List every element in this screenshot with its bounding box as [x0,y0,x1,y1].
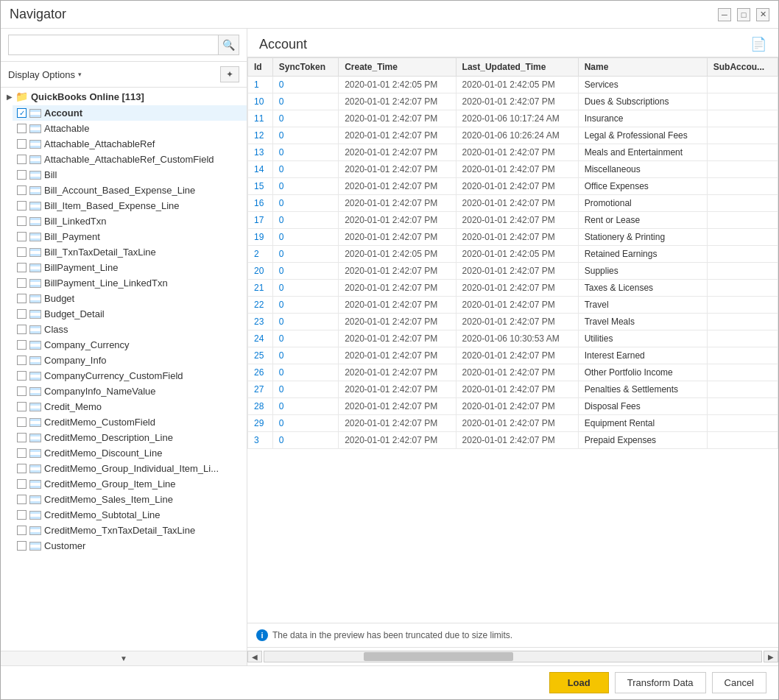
checkbox-attachable-attachableref[interactable] [17,139,27,149]
checkbox-bill-linkedtxn[interactable] [17,216,27,226]
checkbox-billpayment-line-linkedtxn[interactable] [17,278,27,288]
tree-item-company-info[interactable]: Company_Info [13,353,247,368]
tree-item-bill[interactable]: Bill [13,167,247,183]
tree-item-company-currency[interactable]: Company_Currency [13,337,247,353]
checkbox-attachable-attachableref-customfield[interactable] [17,155,27,164]
search-button[interactable]: 🔍 [219,35,239,55]
table-row[interactable]: 1202020-01-01 2:42:07 PM2020-01-06 10:26… [248,127,778,144]
checkbox-budget[interactable] [17,294,27,303]
checkbox-companycurrency-customfield[interactable] [17,371,27,381]
scrollbar-track[interactable] [264,651,762,662]
table-row[interactable]: 302020-01-01 2:42:07 PM2020-01-01 2:42:0… [248,432,778,449]
load-button[interactable]: Load [549,672,609,693]
tree-item-companycurrency-customfield[interactable]: CompanyCurrency_CustomField [13,368,247,383]
checkbox-companyinfo-namevalue[interactable] [17,386,27,396]
tree-item-billpayment-line[interactable]: BillPayment_Line [13,260,247,275]
scroll-left-button[interactable]: ◀ [247,651,262,662]
checkbox-bill[interactable] [17,170,27,180]
tree-item-bill-account-based[interactable]: Bill_Account_Based_Expense_Line [13,183,247,198]
close-button[interactable]: ✕ [756,8,769,21]
col-header-create-time[interactable]: Create_Time [339,58,456,77]
tree-item-creditmemo-txntaxdetail[interactable]: CreditMemo_TxnTaxDetail_TaxLine [13,523,247,538]
checkbox-creditmemo-sales-item[interactable] [17,495,27,504]
tree-item-attachable-attachableref-customfield[interactable]: Attachable_AttachableRef_CustomField [13,152,247,167]
table-row[interactable]: 102020-01-01 2:42:05 PM2020-01-01 2:42:0… [248,77,778,93]
col-header-synctoken[interactable]: SyncToken [272,58,338,77]
table-row[interactable]: 202020-01-01 2:42:05 PM2020-01-01 2:42:0… [248,246,778,263]
table-row[interactable]: 1502020-01-01 2:42:07 PM2020-01-01 2:42:… [248,178,778,195]
tree-item-creditmemo-customfield[interactable]: CreditMemo_CustomField [13,414,247,430]
checkbox-class[interactable] [17,325,27,334]
data-table-wrapper[interactable]: IdSyncTokenCreate_TimeLast_Updated_TimeN… [247,57,778,623]
tree-item-companyinfo-namevalue[interactable]: CompanyInfo_NameValue [13,383,247,399]
checkbox-attachable[interactable] [17,124,27,133]
table-row[interactable]: 1302020-01-01 2:42:07 PM2020-01-01 2:42:… [248,144,778,161]
tree-item-creditmemo-description-line[interactable]: CreditMemo_Description_Line [13,430,247,445]
tree-panel[interactable]: ▶ 📁 QuickBooks Online [113] AccountAttac… [1,88,247,651]
tree-item-credit-memo[interactable]: Credit_Memo [13,399,247,414]
tree-item-account[interactable]: Account [13,105,247,121]
checkbox-customer[interactable] [17,541,27,551]
checkbox-company-info[interactable] [17,356,27,365]
checkbox-bill-item-based[interactable] [17,201,27,211]
tree-item-creditmemo-subtotal[interactable]: CreditMemo_Subtotal_Line [13,507,247,523]
col-header-name[interactable]: Name [578,58,707,77]
table-row[interactable]: 2102020-01-01 2:42:07 PM2020-01-01 2:42:… [248,280,778,297]
scroll-right-button[interactable]: ▶ [764,651,778,662]
checkbox-creditmemo-description-line[interactable] [17,433,27,442]
table-row[interactable]: 1702020-01-01 2:42:07 PM2020-01-01 2:42:… [248,212,778,229]
checkbox-creditmemo-customfield[interactable] [17,417,27,427]
tree-item-budget-detail[interactable]: Budget_Detail [13,306,247,322]
tree-item-creditmemo-sales-item[interactable]: CreditMemo_Sales_Item_Line [13,492,247,507]
checkbox-credit-memo[interactable] [17,402,27,411]
checkbox-company-currency[interactable] [17,340,27,350]
table-row[interactable]: 1902020-01-01 2:42:07 PM2020-01-01 2:42:… [248,229,778,246]
table-row[interactable]: 1602020-01-01 2:42:07 PM2020-01-01 2:42:… [248,195,778,212]
checkbox-account[interactable] [17,108,27,118]
col-header-last-updated-time[interactable]: Last_Updated_Time [456,58,578,77]
tree-item-bill-txntaxdetail[interactable]: Bill_TxnTaxDetail_TaxLine [13,244,247,260]
tree-item-creditmemo-group-individual[interactable]: CreditMemo_Group_Individual_Item_Li... [13,461,247,476]
tree-item-creditmemo-group-item[interactable]: CreditMemo_Group_Item_Line [13,476,247,492]
tree-item-attachable[interactable]: Attachable [13,121,247,136]
tree-item-billpayment-line-linkedtxn[interactable]: BillPayment_Line_LinkedTxn [13,275,247,291]
tree-item-attachable-attachableref[interactable]: Attachable_AttachableRef [13,136,247,152]
col-header-id[interactable]: Id [248,58,273,77]
table-row[interactable]: 2502020-01-01 2:42:07 PM2020-01-01 2:42:… [248,347,778,364]
tree-item-budget[interactable]: Budget [13,291,247,306]
checkbox-bill-payment[interactable] [17,232,27,241]
cancel-button[interactable]: Cancel [712,672,766,693]
table-row[interactable]: 2802020-01-01 2:42:07 PM2020-01-01 2:42:… [248,398,778,415]
checkbox-creditmemo-subtotal[interactable] [17,510,27,520]
table-row[interactable]: 2702020-01-01 2:42:07 PM2020-01-01 2:42:… [248,381,778,398]
tree-item-class[interactable]: Class [13,322,247,337]
col-header-subaccou---[interactable]: SubAccou... [707,58,778,77]
checkbox-bill-account-based[interactable] [17,185,27,195]
checkbox-creditmemo-discount-line[interactable] [17,448,27,458]
scrollbar-thumb[interactable] [364,652,513,661]
table-row[interactable]: 2202020-01-01 2:42:07 PM2020-01-01 2:42:… [248,297,778,314]
tree-item-customer[interactable]: Customer [13,538,247,554]
table-row[interactable]: 1002020-01-01 2:42:07 PM2020-01-01 2:42:… [248,93,778,110]
table-row[interactable]: 2402020-01-01 2:42:07 PM2020-01-06 10:30… [248,330,778,347]
minimize-button[interactable]: ─ [718,8,731,21]
scroll-down-arrow[interactable]: ▼ [1,651,247,665]
preview-icon[interactable]: 📄 [750,36,766,52]
tree-item-bill-payment[interactable]: Bill_Payment [13,229,247,244]
tree-item-bill-item-based[interactable]: Bill_Item_Based_Expense_Line [13,198,247,213]
table-row[interactable]: 1102020-01-01 2:42:07 PM2020-01-06 10:17… [248,110,778,127]
search-input[interactable] [8,35,219,55]
table-row[interactable]: 2302020-01-01 2:42:07 PM2020-01-01 2:42:… [248,314,778,330]
checkbox-creditmemo-txntaxdetail[interactable] [17,526,27,535]
checkbox-creditmemo-group-item[interactable] [17,479,27,489]
tree-root-item[interactable]: ▶ 📁 QuickBooks Online [113] [1,88,247,105]
display-options-button[interactable]: Display Options ▾ [8,69,82,80]
checkbox-budget-detail[interactable] [17,309,27,319]
table-row[interactable]: 1402020-01-01 2:42:07 PM2020-01-01 2:42:… [248,161,778,178]
maximize-button[interactable]: □ [737,8,750,21]
suggest-related-button[interactable]: ✦ [220,66,239,82]
checkbox-billpayment-line[interactable] [17,263,27,272]
table-row[interactable]: 2002020-01-01 2:42:07 PM2020-01-01 2:42:… [248,263,778,280]
checkbox-creditmemo-group-individual[interactable] [17,464,27,473]
table-row[interactable]: 2602020-01-01 2:42:07 PM2020-01-01 2:42:… [248,364,778,381]
